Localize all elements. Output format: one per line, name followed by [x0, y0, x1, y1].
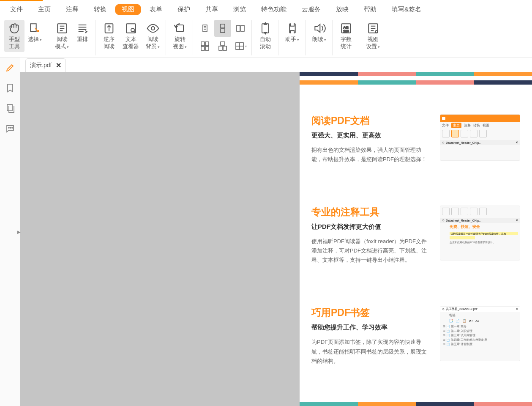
menu-browse[interactable]: 浏览	[226, 4, 253, 15]
reflow-label: 重排	[77, 36, 88, 43]
comment-icon[interactable]	[5, 123, 15, 134]
svg-point-4	[151, 27, 155, 30]
reflow-button[interactable]: 重排	[72, 20, 93, 45]
facing-page-button[interactable]	[232, 20, 249, 37]
svg-rect-25	[7, 104, 12, 111]
feature-1-subtitle: 更强大、更实用、更高效	[311, 132, 431, 140]
bookmark-icon[interactable]	[5, 83, 15, 93]
menu-share[interactable]: 共享	[199, 4, 225, 15]
top-stripe-2	[300, 80, 532, 85]
view-settings-button[interactable]: 视图 设置	[363, 20, 383, 52]
menu-file[interactable]: 文件	[3, 4, 30, 15]
feature-3-desc: 为PDF页面添加书签，除了实现内容的快速导航，书签还能指明不同书签的层级关系，展…	[311, 337, 431, 365]
view-settings-label: 视图 设置	[366, 36, 380, 50]
assistant-label: 助手	[285, 36, 299, 43]
svg-rect-12	[205, 42, 209, 46]
menu-view[interactable]: 视图	[115, 4, 141, 15]
document-tab-bar: 演示.pdf ✕	[20, 58, 532, 72]
rotate-icon	[173, 22, 187, 35]
read-mode-button[interactable]: 阅读 模式	[52, 20, 72, 52]
text-viewer-icon	[124, 22, 138, 35]
rotate-view-button[interactable]: 旋转 视图	[169, 20, 190, 52]
feature-1-desc: 拥有出色的文档渲染效果，强大的页面管理功能，帮助提升效率，是您阅读PDF的理想选…	[311, 145, 431, 164]
bottom-stripe	[300, 402, 532, 406]
svg-rect-10	[241, 25, 244, 31]
feature-3-title: 巧用PDF书签	[311, 306, 431, 319]
svg-rect-9	[237, 25, 240, 31]
word-count-button[interactable]: AB123 字数 统计	[336, 20, 356, 52]
eye-icon	[146, 22, 160, 35]
svg-rect-15	[221, 42, 225, 45]
svg-point-26	[8, 127, 9, 128]
expand-rail-icon[interactable]: ▶	[17, 230, 21, 234]
close-tab-icon[interactable]: ✕	[56, 61, 61, 69]
reverse-read-button[interactable]: 逆序 阅读	[99, 20, 119, 52]
svg-rect-16	[219, 46, 222, 50]
text-viewer-label: 文本 查看器	[123, 36, 139, 50]
ribbon: 手型 工具 选择 阅读 模式 重排 逆序 阅读 文本 查看器 阅读 背景	[0, 17, 532, 58]
assistant-button[interactable]: 助手	[282, 20, 303, 45]
feature-1-image: 文件主页注释转换视图 ◇Datasheet_Reader_CN.p...✕	[440, 114, 520, 161]
hand-icon	[8, 22, 21, 35]
svg-rect-11	[201, 42, 205, 46]
document-tab-label: 演示.pdf	[30, 62, 52, 69]
auto-scroll-label: 自动 滚动	[260, 36, 271, 50]
document-tab[interactable]: 演示.pdf ✕	[25, 58, 66, 72]
document-viewport[interactable]: 阅读PDF文档 更强大、更实用、更高效 拥有出色的文档渲染效果，强大的页面管理功…	[20, 72, 532, 406]
menu-comment[interactable]: 注释	[59, 4, 85, 15]
feature-2-desc: 使用福昕PDF阅读器（foxit reader）为PDF文件添加注释，可对PDF…	[311, 237, 431, 265]
read-mode-label: 阅读 模式	[55, 36, 69, 50]
auto-scroll-button[interactable]: 自动 滚动	[255, 20, 276, 52]
reverse-icon	[102, 22, 116, 35]
reflow-icon	[76, 22, 89, 35]
pencil-icon[interactable]	[5, 63, 15, 73]
continuous-page-button[interactable]	[214, 20, 231, 37]
cover-page-button[interactable]	[214, 38, 231, 55]
continuous-facing-button[interactable]	[196, 38, 213, 55]
svg-rect-8	[221, 29, 225, 33]
feature-2-image: ◇Datasheet_Reader_CN.p...✕ 免费、快速、安全 福昕阅读…	[440, 206, 520, 261]
page-content: 阅读PDF文档 更强大、更实用、更高效 拥有出色的文档渲染效果，强大的页面管理功…	[300, 72, 532, 406]
view-settings-icon	[366, 22, 380, 35]
read-aloud-label: 朗读	[312, 36, 326, 43]
menu-home[interactable]: 主页	[31, 4, 57, 15]
svg-rect-19	[262, 24, 269, 33]
read-aloud-button[interactable]: 朗读	[309, 20, 330, 45]
menu-features[interactable]: 特色功能	[254, 4, 293, 15]
menu-slideshow[interactable]: 放映	[329, 4, 355, 15]
menu-form[interactable]: 表单	[143, 4, 169, 15]
menu-help[interactable]: 帮助	[357, 4, 383, 15]
svg-point-28	[12, 127, 13, 128]
svg-point-24	[375, 30, 377, 33]
menu-convert[interactable]: 转换	[87, 4, 113, 15]
menu-protect[interactable]: 保护	[171, 4, 197, 15]
feature-1-title: 阅读PDF文档	[311, 114, 431, 127]
top-stripe-1	[300, 72, 532, 76]
text-viewer-button[interactable]: 文本 查看器	[119, 20, 142, 52]
pages-icon[interactable]	[5, 103, 15, 113]
single-page-button[interactable]	[196, 20, 213, 37]
auto-scroll-icon	[259, 22, 272, 35]
svg-rect-13	[201, 47, 205, 50]
speaker-icon	[313, 22, 326, 35]
content-area: 演示.pdf ✕ 阅读PDF文档 更强大、更实用、更高效 拥有出色的文档渲染效果…	[20, 58, 532, 406]
feature-3-image: ◇员工手册_20120917.pdf✕ 书签 📑📄📋A↑A↓ 第一章 简介 第二…	[440, 306, 520, 361]
page-layout-grid	[196, 20, 249, 55]
read-bg-button[interactable]: 阅读 背景	[142, 20, 163, 52]
feature-read-pdf: 阅读PDF文档 更强大、更实用、更高效 拥有出色的文档渲染效果，强大的页面管理功…	[300, 102, 532, 167]
hand-tool-button[interactable]: 手型 工具	[4, 20, 25, 52]
assistant-icon	[286, 22, 299, 35]
feature-3-subtitle: 帮助您提升工作、学习效率	[311, 324, 431, 332]
hand-tool-label: 手型 工具	[9, 36, 20, 50]
book-icon	[55, 22, 69, 35]
read-bg-label: 阅读 背景	[146, 36, 160, 50]
feature-2-title: 专业的注释工具	[311, 206, 431, 219]
word-count-icon: AB123	[339, 22, 353, 35]
page-blank-area	[20, 72, 300, 406]
split-view-button[interactable]	[232, 38, 249, 55]
svg-rect-7	[221, 24, 225, 28]
select-button[interactable]: 选择	[25, 20, 45, 45]
menu-cloud[interactable]: 云服务	[295, 4, 327, 15]
menu-fillsign[interactable]: 填写&签名	[385, 4, 428, 15]
svg-rect-17	[223, 46, 226, 50]
